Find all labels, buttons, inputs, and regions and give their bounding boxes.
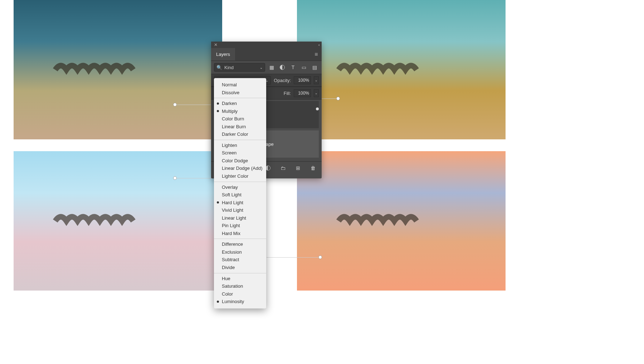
blend-mode-option[interactable]: Pin Light — [214, 222, 266, 230]
blend-mode-option[interactable]: Normal — [214, 81, 266, 89]
blend-mode-option[interactable]: Dissolve — [214, 89, 266, 97]
preview-bottom-right — [297, 151, 506, 291]
filter-toggle[interactable] — [316, 107, 319, 110]
blend-mode-option[interactable]: Lighten — [214, 142, 266, 149]
filter-shape-icon[interactable]: ▭ — [299, 63, 308, 72]
search-icon: 🔍 — [216, 65, 222, 70]
blend-mode-option[interactable]: Soft Light — [214, 191, 266, 199]
fill-chevron[interactable]: ⌄ — [314, 89, 319, 97]
close-icon[interactable]: ✕ — [214, 42, 218, 47]
blend-mode-option[interactable]: Saturation — [214, 282, 266, 290]
filter-pixel-icon[interactable]: ▦ — [267, 63, 276, 72]
filter-smart-icon[interactable]: ▤ — [310, 63, 319, 72]
blend-mode-option[interactable]: Hue — [214, 275, 266, 283]
connector-line — [267, 257, 320, 258]
fill-label: Fill: — [284, 91, 291, 96]
blend-mode-option[interactable]: Linear Burn — [214, 123, 266, 131]
blend-mode-option[interactable]: Vivid Light — [214, 206, 266, 214]
blend-mode-option[interactable]: Difference — [214, 240, 266, 248]
blend-mode-option[interactable]: Luminosity — [214, 298, 266, 306]
blend-mode-option[interactable]: Linear Light — [214, 214, 266, 222]
preview-top-right — [297, 0, 506, 139]
blend-mode-menu: NormalDissolveDarkenMultiplyColor BurnLi… — [214, 78, 266, 308]
opacity-label: Opacity: — [274, 78, 291, 83]
blend-mode-option[interactable]: Linear Dodge (Add) — [214, 164, 266, 172]
tab-label: Layers — [216, 52, 230, 57]
connector-dot — [173, 176, 177, 180]
panel-menu-icon[interactable]: ≡ — [311, 48, 322, 61]
blend-mode-option[interactable]: Divide — [214, 264, 266, 272]
preview-grid — [0, 0, 644, 364]
filter-label: Kind — [224, 65, 234, 70]
opacity-value[interactable]: 100% — [294, 76, 311, 84]
blend-mode-option[interactable]: Darken — [214, 100, 266, 107]
blend-mode-option[interactable]: Multiply — [214, 107, 266, 115]
blend-mode-option[interactable]: Lighter Color — [214, 172, 266, 180]
preview-top-left — [14, 0, 222, 139]
collapse-icon[interactable]: ‹‹ — [318, 43, 319, 47]
fill-value[interactable]: 100% — [294, 89, 311, 97]
blend-mode-option[interactable]: Overlay — [214, 183, 266, 191]
blend-mode-option[interactable]: Exclusion — [214, 248, 266, 256]
tab-layers[interactable]: Layers — [211, 48, 235, 61]
blend-mode-option[interactable]: Subtract — [214, 256, 266, 264]
blend-mode-option[interactable]: Color Dodge — [214, 157, 266, 165]
opacity-chevron[interactable]: ⌄ — [314, 76, 319, 84]
filter-adjustment-icon[interactable] — [278, 63, 287, 72]
connector-dot — [318, 255, 322, 259]
filter-kind-dropdown[interactable]: 🔍 Kind ⌄ — [214, 63, 265, 72]
group-icon[interactable]: 🗀 — [279, 164, 287, 172]
blend-mode-option[interactable]: Hard Light — [214, 199, 266, 207]
blend-mode-option[interactable]: Color — [214, 290, 266, 298]
connector-dot — [173, 103, 177, 106]
new-layer-icon[interactable]: ⊞ — [294, 164, 302, 172]
blend-mode-option[interactable]: Hard Mix — [214, 230, 266, 238]
trash-icon[interactable]: 🗑 — [309, 164, 317, 172]
blend-mode-option[interactable]: Color Burn — [214, 115, 266, 123]
blend-mode-option[interactable]: Darker Color — [214, 130, 266, 138]
blend-mode-option[interactable]: Screen — [214, 149, 266, 157]
connector-dot — [336, 97, 340, 100]
filter-type-icon[interactable]: T — [289, 63, 297, 72]
preview-bottom-left — [14, 151, 222, 291]
chevron-down-icon: ⌄ — [260, 66, 263, 70]
